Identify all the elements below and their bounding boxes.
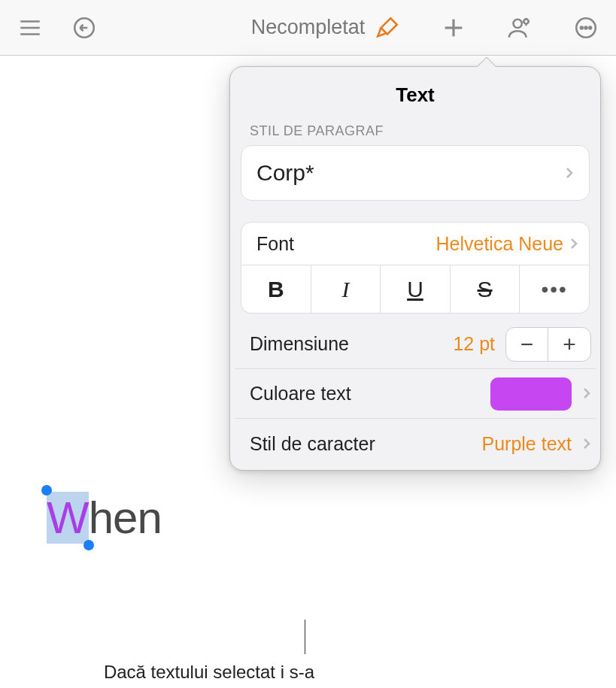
svg-point-11 [589,26,591,29]
italic-button[interactable]: I [311,265,381,313]
unselected-text[interactable]: hen [89,493,162,543]
size-row: Dimensiune 12 pt − + [235,320,596,369]
svg-point-6 [514,19,522,27]
font-row[interactable]: Font Helvetica Neue [241,222,590,265]
selected-character[interactable]: W [47,492,89,544]
character-style-row[interactable]: Stil de caracter Purple text [235,419,596,468]
format-popover: Text STIL DE PARAGRAF Corp* Font Helveti… [229,66,601,471]
bold-button[interactable]: B [241,265,311,313]
toolbar: Necompletat [0,0,616,56]
callout-text: Dacă textului selectat i s-a aplicat un … [81,660,314,688]
chevron-right-icon [559,162,574,185]
document-canvas[interactable]: W hen Text STIL DE PARAGRAF Corp* Font H… [0,56,616,688]
strikethrough-button[interactable]: S [451,265,520,313]
selection-handle-start[interactable] [41,485,52,496]
selection-handle-end[interactable] [83,540,94,550]
size-value: 12 pt [453,333,495,355]
size-stepper: − + [505,327,591,362]
color-swatch[interactable] [490,377,572,411]
more-button[interactable] [569,11,602,44]
insert-button[interactable] [437,11,470,44]
paragraph-style-select[interactable]: Corp* [241,145,590,201]
more-styles-button[interactable]: ••• [520,265,589,313]
sample-text[interactable]: W hen [47,492,162,544]
chevron-right-icon [576,432,591,456]
paragraph-style-label: STIL DE PARAGRAF [230,123,600,145]
undo-button[interactable] [68,11,101,44]
popover-title: Text [230,67,600,123]
callout-leader-line [305,620,305,654]
format-brush-button[interactable] [371,11,404,44]
text-color-row[interactable]: Culoare text [235,369,596,419]
chevron-right-icon [563,232,578,256]
size-increase-button[interactable]: + [548,328,590,361]
collaborate-button[interactable] [503,11,536,44]
svg-point-9 [581,26,583,29]
size-decrease-button[interactable]: − [506,328,548,361]
underline-button[interactable]: U [381,265,451,313]
chevron-right-icon [576,382,591,405]
outline-button[interactable] [14,11,47,44]
character-style-value: Purple text [481,433,572,455]
font-style-segment: B I U S ••• [241,265,590,314]
svg-point-7 [523,19,528,23]
svg-point-10 [585,26,587,29]
font-value: Helvetica Neue [435,233,563,255]
